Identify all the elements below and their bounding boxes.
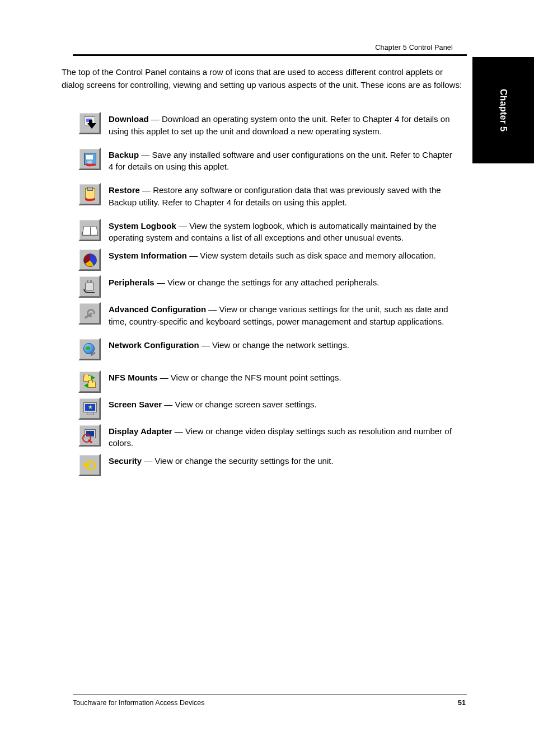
item-title: Screen Saver <box>109 400 162 409</box>
folders-icon <box>82 374 97 389</box>
item-title: Backup <box>109 150 139 159</box>
item-title: System Information <box>109 251 187 260</box>
pie-chart-icon <box>82 252 97 267</box>
list-item-text: Security — View or change the security s… <box>109 454 453 467</box>
list-item: System Information — View system details… <box>78 248 453 271</box>
list-item-text: Display Adapter — View or change video d… <box>109 424 453 450</box>
list-item: Advanced Configuration — View or change … <box>78 302 453 328</box>
screen-saver-button[interactable] <box>78 397 101 420</box>
list-item: Screen Saver — View or change screen sav… <box>78 397 453 420</box>
list-item: System Logbook — View the system logbook… <box>78 219 453 245</box>
list-item-text: Peripherals — View or change the setting… <box>109 275 453 289</box>
book-icon <box>82 222 97 238</box>
system-information-button[interactable] <box>78 248 101 271</box>
item-title: Download <box>109 114 149 124</box>
chapter-side-tab-label: Chapter 5 <box>498 89 508 132</box>
list-item: Download — Download an operating system … <box>78 112 453 138</box>
list-item: Network Configuration — View or change t… <box>78 338 453 360</box>
item-title: Advanced Configuration <box>109 304 206 314</box>
intro-paragraph: The top of the Control Panel contains a … <box>62 66 467 91</box>
item-desc: — View or change the security settings f… <box>142 456 333 466</box>
nfs-mounts-button[interactable] <box>78 370 101 393</box>
top-rule <box>73 54 467 56</box>
list-item-text: Network Configuration — View or change t… <box>109 338 453 351</box>
list-item-text: Advanced Configuration — View or change … <box>109 302 453 328</box>
key-icon <box>82 457 97 473</box>
item-desc: — Download an operating system onto the … <box>109 114 449 136</box>
page-number: 51 <box>458 699 466 707</box>
item-title: Display Adapter <box>109 426 172 436</box>
item-desc: — View or change screen saver settings. <box>162 400 317 409</box>
item-title: Network Configuration <box>109 340 199 350</box>
list-item-text: Backup — Save any installed software and… <box>109 148 453 173</box>
list-item: NFS Mounts — View or change the NFS moun… <box>78 370 453 393</box>
list-item-text: System Information — View system details… <box>109 248 453 262</box>
advanced-configuration-button[interactable] <box>78 302 101 325</box>
item-desc: — Restore any software or configuration … <box>109 185 441 207</box>
list-item-text: Restore — Restore any software or config… <box>109 183 453 209</box>
monitor-star-icon <box>82 401 97 416</box>
icon-description-list: Download — Download an operating system … <box>78 112 453 481</box>
item-desc: — Save any installed software and user c… <box>109 150 452 172</box>
list-item: Peripherals — View or change the setting… <box>78 275 453 298</box>
list-item-text: System Logbook — View the system logbook… <box>109 219 453 245</box>
plug-icon <box>82 279 97 294</box>
document-page: Chapter 5 Control Panel Chapter 5 The to… <box>0 0 534 756</box>
security-button[interactable] <box>78 454 101 476</box>
peripherals-button[interactable] <box>78 275 101 298</box>
globe-wrench-icon <box>82 341 97 357</box>
bottom-rule <box>73 694 467 694</box>
item-desc: — View or change the network settings. <box>199 340 349 350</box>
list-item: Restore — Restore any software or config… <box>78 183 453 209</box>
item-desc: — View system details such as disk space… <box>187 251 436 260</box>
save-icon <box>82 151 97 167</box>
footer-title: Touchware for Information Access Devices <box>73 699 205 707</box>
display-adapter-icon <box>82 428 97 443</box>
wrench-icon <box>82 306 97 321</box>
item-title: System Logbook <box>109 221 176 231</box>
list-item: Security — View or change the security s… <box>78 454 453 476</box>
item-title: Restore <box>109 185 140 195</box>
list-item-text: NFS Mounts — View or change the NFS moun… <box>109 370 453 384</box>
item-title: Peripherals <box>109 278 154 287</box>
backup-button[interactable] <box>78 148 101 170</box>
item-title: NFS Mounts <box>109 373 158 382</box>
system-logbook-button[interactable] <box>78 219 101 241</box>
restore-icon <box>82 186 97 202</box>
running-header: Chapter 5 Control Panel <box>375 44 453 51</box>
download-button[interactable] <box>78 112 101 134</box>
list-item-text: Download — Download an operating system … <box>109 112 453 138</box>
restore-button[interactable] <box>78 183 101 205</box>
item-desc: — View or change the NFS mount point set… <box>158 373 341 382</box>
list-item-text: Screen Saver — View or change screen sav… <box>109 397 453 411</box>
list-item: Backup — Save any installed software and… <box>78 148 453 173</box>
arrow-down-icon <box>82 115 97 131</box>
item-desc: — View or change the settings for any at… <box>154 278 380 287</box>
display-adapter-button[interactable] <box>78 424 101 447</box>
list-item: Display Adapter — View or change video d… <box>78 424 453 450</box>
item-title: Security <box>109 456 142 466</box>
chapter-side-tab: Chapter 5 <box>472 57 534 163</box>
network-configuration-button[interactable] <box>78 338 101 360</box>
